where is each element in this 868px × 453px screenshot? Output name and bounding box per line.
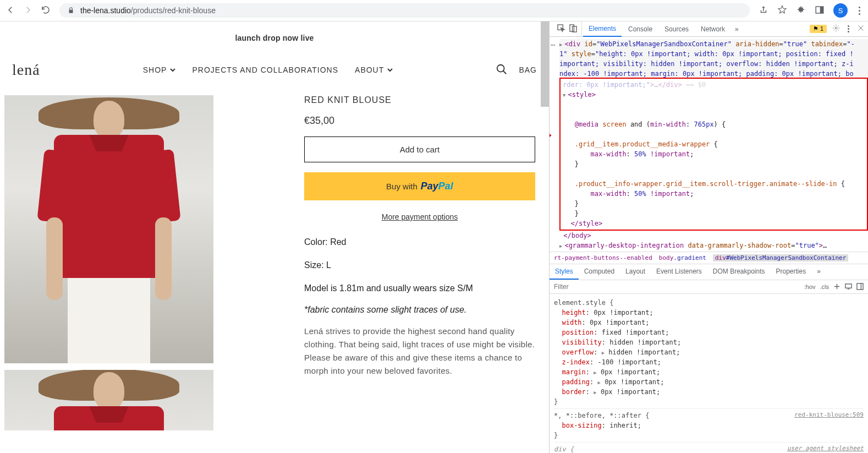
buy-with-label: Buy with [386, 182, 417, 191]
nav-about[interactable]: ABOUT [355, 66, 393, 74]
svg-rect-7 [845, 283, 851, 287]
bag-link[interactable]: BAG [519, 66, 537, 74]
address-bar[interactable]: the-lena.studio/products/red-knit-blouse [59, 3, 750, 18]
nav-projects[interactable]: PROJECTS AND COLLABORATIONS [192, 66, 338, 74]
chrome-menu-icon[interactable] [856, 7, 862, 15]
tab-properties[interactable]: Properties [771, 264, 812, 280]
hov-toggle[interactable]: :hov [804, 283, 816, 290]
site-logo[interactable]: lená [12, 61, 40, 79]
chevron-down-icon [387, 67, 393, 73]
search-icon[interactable] [496, 63, 508, 77]
devtools-tabs: Elements Console Sources Network » ⚑ 1 [550, 21, 868, 37]
nav-shop[interactable]: SHOP [143, 66, 176, 74]
breadcrumb[interactable]: rt-payment-buttons--enabled body.gradien… [550, 252, 868, 264]
forward-button[interactable] [23, 5, 33, 17]
bookmark-icon[interactable] [777, 5, 787, 17]
product-title: RED KNIT BLOUSE [304, 95, 535, 105]
browser-toolbar: the-lena.studio/products/red-knit-blouse… [0, 0, 868, 21]
device-icon[interactable] [569, 24, 577, 34]
product-image-1[interactable] [4, 95, 213, 363]
styles-tabs-overflow[interactable]: » [811, 264, 826, 280]
page-scrollbar[interactable] [541, 21, 549, 107]
tab-sources[interactable]: Sources [659, 22, 694, 36]
tab-dom-breakpoints[interactable]: DOM Breakpoints [707, 264, 771, 280]
product-note: *fabric contains some slight traces of u… [304, 305, 535, 315]
tabs-overflow[interactable]: » [732, 22, 742, 36]
more-payment-link[interactable]: More payment options [304, 210, 535, 226]
product-media [4, 95, 274, 437]
cls-toggle[interactable]: .cls [820, 283, 829, 290]
paypal-logo: PayPal [421, 181, 453, 192]
product-model: Model is 1.81m and usually wears size S/… [304, 282, 535, 295]
arrow-annotation [550, 132, 553, 142]
product-size: Size: L [304, 259, 535, 272]
issues-badge[interactable]: ⚑ 1 [810, 25, 827, 33]
ellipsis-icon: ⋯ [551, 39, 554, 51]
svg-rect-1 [820, 7, 823, 13]
device-toolbar-icon[interactable] [845, 283, 852, 291]
reload-button[interactable] [41, 5, 51, 17]
styles-rules[interactable]: element.style { height: 0px !important; … [550, 294, 868, 453]
extensions-icon[interactable] [796, 5, 806, 17]
svg-point-2 [497, 64, 504, 72]
inspect-icon[interactable] [557, 24, 565, 34]
svg-rect-4 [570, 24, 574, 31]
tab-console[interactable]: Console [623, 22, 658, 36]
page-viewport: launch drop now live lená SHOP PROJECTS … [0, 21, 549, 453]
svg-rect-8 [857, 283, 863, 289]
styles-filter-row: :hov .cls [550, 280, 868, 294]
site-navbar: lená SHOP PROJECTS AND COLLABORATIONS AB… [0, 49, 549, 95]
styles-tabs: Styles Computed Layout Event Listeners D… [550, 264, 868, 280]
svg-point-6 [835, 27, 837, 29]
devtools-menu-icon[interactable] [845, 25, 851, 32]
chevron-down-icon [170, 67, 175, 73]
dom-tree[interactable]: ⋯ <div id="WebPixelsManagerSandboxContai… [550, 37, 868, 252]
devtools-panel: Elements Console Sources Network » ⚑ 1 ⋯… [549, 21, 868, 453]
back-button[interactable] [6, 5, 15, 17]
tab-styles[interactable]: Styles [550, 264, 579, 280]
new-rule-icon[interactable] [833, 283, 840, 291]
product-price: €35,00 [304, 115, 535, 127]
tab-event-listeners[interactable]: Event Listeners [651, 264, 707, 280]
profile-avatar[interactable]: S [833, 3, 848, 18]
tab-network[interactable]: Network [695, 22, 730, 36]
rule-element-style[interactable]: element.style { height: 0px !important; … [554, 296, 864, 409]
panel-icon[interactable] [815, 5, 825, 17]
computed-toggle-icon[interactable] [856, 283, 864, 291]
product-image-2[interactable] [4, 370, 213, 430]
buy-with-paypal-button[interactable]: Buy with PayPal [304, 172, 535, 200]
product-description: Lená strives to provide the highest seco… [304, 325, 535, 378]
product-color: Color: Red [304, 236, 535, 249]
product-info: RED KNIT BLOUSE €35,00 Add to cart Buy w… [304, 95, 535, 437]
settings-icon[interactable] [832, 24, 840, 34]
tab-elements[interactable]: Elements [583, 21, 622, 37]
tab-layout[interactable]: Layout [620, 264, 651, 280]
share-icon[interactable] [759, 5, 768, 17]
tab-computed[interactable]: Computed [579, 264, 620, 280]
url-text: the-lena.studio/products/red-knit-blouse [80, 6, 216, 15]
close-devtools-icon[interactable] [857, 24, 865, 34]
styles-filter-input[interactable] [550, 280, 800, 293]
rule-star[interactable]: red-knit-blouse:509 *, *::before, *::aft… [554, 409, 864, 443]
add-to-cart-button[interactable]: Add to cart [304, 137, 535, 162]
announcement-banner: launch drop now live [0, 21, 549, 49]
lock-icon [67, 7, 75, 14]
rule-div-ua[interactable]: user agent stylesheet div { display: blo… [554, 443, 864, 453]
